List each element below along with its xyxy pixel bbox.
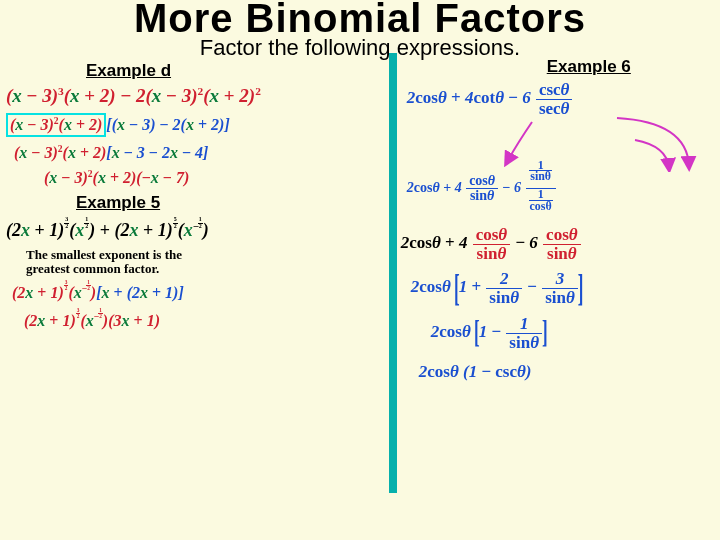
- arrows: [397, 124, 714, 162]
- ex5-line3: (2x + 1)32(x−12)(3x + 1): [24, 308, 383, 330]
- ex6-line5: 2cosθ (1 − cscθ): [419, 362, 714, 382]
- content-area: Example d (x − 3)3(x + 2) − 2(x − 3)2(x …: [0, 61, 720, 493]
- ex5-line2: (2x + 1)32(x−12)[x + (2x + 1)]: [12, 280, 383, 302]
- exD-line2: (x − 3)2(x + 2)[(x − 3) − 2(x + 2)]: [6, 113, 383, 136]
- exD-line1: (x − 3)3(x + 2) − 2(x − 3)2(x + 2)2: [6, 85, 383, 107]
- example-6-label: Example 6: [547, 57, 714, 77]
- note-text: The smallest exponent is thegreatest com…: [26, 248, 383, 277]
- ex5-line1: (2x + 1)32(x12) + (2x + 1)52(x−12): [6, 217, 383, 241]
- exD-line3: (x − 3)2(x + 2)[x − 3 − 2x − 4]: [14, 143, 383, 162]
- example-5-label: Example 5: [76, 193, 383, 213]
- exD-line4: (x − 3)2(x + 2)(−x − 7): [44, 168, 383, 187]
- vertical-divider: [389, 53, 397, 493]
- ex6-line2: 2cosθ + 4 cosθsinθ − 6 cosθsinθ: [401, 226, 714, 263]
- right-column: Example 6 2cosθ + 4cotθ − 6 cscθsecθ 2co…: [397, 61, 714, 493]
- left-column: Example d (x − 3)3(x + 2) − 2(x − 3)2(x …: [6, 61, 389, 493]
- ex6-line3: 2cosθ [1 + 2sinθ − 3sinθ]: [411, 270, 714, 307]
- example-d-label: Example d: [86, 61, 383, 81]
- ex6-line1: 2cosθ + 4cotθ − 6 cscθsecθ: [407, 81, 714, 118]
- ex6-line4: 2cosθ [1 − 1sinθ]: [431, 315, 714, 352]
